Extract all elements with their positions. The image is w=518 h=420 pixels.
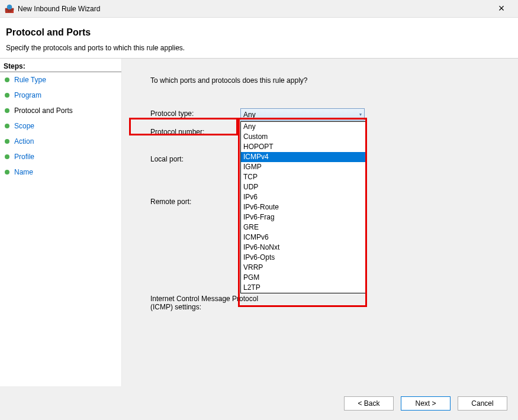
dropdown-item[interactable]: IPv6-Opts	[241, 253, 365, 263]
bullet-icon	[5, 93, 9, 98]
protocol-type-label: Protocol type:	[150, 108, 240, 118]
page-header: Protocol and Ports Specify the protocols…	[0, 18, 518, 59]
sidebar-item-action[interactable]: Action	[0, 134, 121, 149]
protocol-type-dropdown: Any Custom HOPOPT ICMPv4 IGMP TCP UDP IP…	[240, 121, 366, 293]
step-label: Name	[14, 168, 33, 176]
local-port-label: Local port:	[150, 154, 240, 163]
sidebar-item-name[interactable]: Name	[0, 164, 121, 180]
sidebar-item-protocol-and-ports[interactable]: Protocol and Ports	[0, 103, 121, 118]
dropdown-item[interactable]: HOPOPT	[241, 142, 365, 152]
protocol-number-label: Protocol number:	[150, 127, 240, 136]
step-label: Scope	[14, 122, 34, 130]
dropdown-item[interactable]: Any	[241, 122, 365, 132]
dropdown-item[interactable]: VRRP	[241, 263, 365, 273]
dropdown-item[interactable]: L2TP	[241, 283, 365, 293]
step-label: Action	[14, 137, 34, 146]
dropdown-item[interactable]: TCP	[241, 172, 365, 182]
next-button[interactable]: Next >	[401, 396, 451, 411]
dropdown-item[interactable]: IPv6-NoNxt	[241, 243, 365, 253]
main-question: To which ports and protocols does this r…	[150, 76, 506, 85]
sidebar-item-scope[interactable]: Scope	[0, 118, 121, 134]
window-title: New Inbound Rule Wizard	[18, 5, 490, 13]
bullet-icon	[5, 139, 9, 144]
bullet-icon	[5, 124, 9, 128]
dropdown-item[interactable]: UDP	[241, 182, 365, 192]
bullet-icon	[5, 154, 9, 159]
dropdown-item[interactable]: GRE	[241, 222, 365, 232]
firewall-icon	[5, 4, 14, 14]
steps-sidebar: Steps: Rule Type Program Protocol and Po…	[0, 59, 122, 386]
close-button[interactable]: ×	[490, 2, 513, 15]
bullet-icon	[5, 77, 9, 82]
protocol-type-combo[interactable]: Any ▾ Any Custom HOPOPT ICMPv4 IGMP TCP …	[240, 108, 365, 121]
dropdown-item[interactable]: ICMPv4	[241, 152, 365, 162]
step-label: Program	[14, 91, 41, 99]
dropdown-item[interactable]: Custom	[241, 132, 365, 142]
main-panel: To which ports and protocols does this r…	[122, 59, 518, 386]
page-subtitle: Specify the protocols and ports to which…	[6, 44, 512, 52]
sidebar-item-rule-type[interactable]: Rule Type	[0, 72, 121, 88]
bullet-icon	[5, 170, 9, 175]
svg-rect-5	[8, 10, 11, 12]
steps-heading: Steps:	[0, 59, 121, 72]
svg-rect-4	[5, 10, 8, 12]
titlebar: New Inbound Rule Wizard ×	[0, 0, 518, 18]
sidebar-item-program[interactable]: Program	[0, 88, 121, 103]
svg-rect-1	[5, 8, 8, 10]
icmp-settings-label: Internet Control Message Protocol (ICMP)…	[150, 293, 258, 311]
back-button[interactable]: < Back	[344, 396, 394, 411]
cancel-button[interactable]: Cancel	[458, 396, 507, 411]
step-label: Rule Type	[14, 76, 46, 84]
footer-buttons: < Back Next > Cancel	[0, 386, 518, 420]
page-title: Protocol and Ports	[6, 27, 512, 38]
dropdown-item[interactable]: PGM	[241, 273, 365, 283]
step-label: Profile	[14, 153, 34, 161]
step-label: Protocol and Ports	[14, 106, 73, 115]
bullet-icon	[5, 108, 9, 113]
sidebar-item-profile[interactable]: Profile	[0, 149, 121, 164]
chevron-down-icon: ▾	[359, 112, 362, 117]
dropdown-item[interactable]: ICMPv6	[241, 232, 365, 243]
dropdown-item[interactable]: IGMP	[241, 162, 365, 172]
dropdown-item[interactable]: IPv6-Route	[241, 202, 365, 212]
dropdown-item[interactable]: IPv6	[241, 192, 365, 202]
protocol-type-value: Any	[243, 111, 256, 119]
dropdown-item[interactable]: IPv6-Frag	[241, 212, 365, 222]
remote-port-label: Remote port:	[150, 196, 240, 206]
